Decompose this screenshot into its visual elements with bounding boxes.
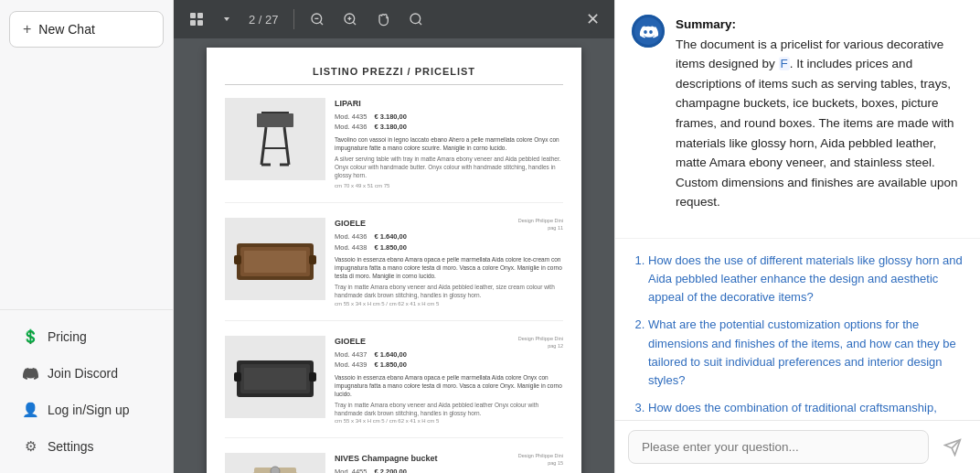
gioele2-price2: € 1.850,00	[374, 360, 406, 371]
svg-rect-29	[309, 372, 316, 382]
svg-rect-13	[261, 112, 289, 113]
gioele1-image	[225, 218, 325, 300]
zoom-out-button[interactable]	[304, 7, 331, 31]
gioele2-name: GIOELE	[335, 336, 366, 348]
search-pdf-button[interactable]	[402, 7, 430, 31]
pan-button[interactable]	[369, 7, 397, 31]
pdf-section-gioele1: GIOELE Design Philippe Dinipag 11 Mod. 4…	[225, 218, 563, 320]
designer-name: F	[779, 57, 790, 70]
gioele1-price2: € 1.850,00	[374, 243, 406, 253]
pdf-viewer: 2 / 27	[174, 0, 614, 473]
pdf-section-gioele2: GIOELE Design Philippe Dinipag 12 Mod. 4…	[225, 336, 563, 438]
lipari-details: LIPARI Mod. 4435 € 3.180,00 Mod. 4436 € …	[335, 98, 563, 189]
svg-line-10	[353, 22, 356, 25]
svg-point-33	[271, 467, 280, 473]
svg-rect-24	[309, 255, 316, 264]
chat-summary-section: Summary: The document is a pricelist for…	[676, 15, 964, 227]
chat-header: Summary: The document is a pricelist for…	[615, 0, 980, 239]
new-chat-label: New Chat	[38, 22, 94, 37]
chat-content[interactable]: How does the use of different materials …	[615, 239, 980, 420]
lipari-desc-en: A silver serving table with tray in matt…	[335, 155, 563, 179]
sidebar-item-login[interactable]: 👤 Log in/Sign up	[7, 392, 165, 427]
pdf-content[interactable]: LISTINO PREZZI / PRICELIST	[174, 38, 614, 473]
gioele1-price1: € 1.640,00	[374, 232, 406, 242]
nives1-design: Design Philippe Dinipag 15	[518, 453, 563, 467]
avatar	[632, 15, 665, 48]
new-chat-button[interactable]: + New Chat	[9, 11, 164, 48]
gioele2-details: GIOELE Design Philippe Dinipag 12 Mod. 4…	[335, 336, 563, 425]
lipari-desc-it: Tavolino con vassoi in legno laccato eba…	[335, 135, 563, 152]
lipari-code1: Mod. 4435	[335, 113, 367, 123]
plus-icon: +	[23, 21, 31, 38]
summary-label: Summary:	[676, 17, 736, 31]
svg-point-11	[410, 14, 421, 24]
lipari-name: LIPARI	[335, 98, 563, 110]
gioele1-design: Design Philippe Dinipag 11	[518, 218, 563, 231]
sidebar-item-discord-label: Join Discord	[48, 366, 118, 381]
sidebar: + New Chat 💲 Pricing Join Discord 👤 Log …	[0, 0, 174, 473]
pdf-toolbar: 2 / 27	[174, 0, 614, 38]
gioele2-image	[225, 336, 325, 418]
gioele1-code1: Mod. 4436	[335, 232, 367, 242]
sidebar-item-pricing-label: Pricing	[48, 329, 87, 344]
lipari-image	[225, 98, 325, 180]
gioele1-desc-it: Vassoio in essenza ebano Amara opaca e p…	[335, 255, 563, 280]
gioele1-details: GIOELE Design Philippe Dinipag 11 Mod. 4…	[335, 218, 563, 306]
gioele2-code2: Mod. 4439	[335, 360, 367, 371]
svg-rect-22	[244, 251, 306, 273]
nives1-name: NIVES Champagne bucket	[335, 453, 438, 465]
question-item-1[interactable]: How does the use of different materials …	[648, 252, 964, 306]
gioele2-row2: Mod. 4439 € 1.850,00	[335, 360, 563, 371]
chat-input[interactable]	[628, 430, 929, 464]
pdf-section-nives1: NIVES Champagne bucket Design Philippe D…	[225, 453, 563, 473]
lipari-price1: € 3.180,00	[374, 113, 406, 123]
chat-input-area	[615, 420, 980, 473]
svg-rect-27	[244, 368, 306, 390]
svg-line-12	[419, 22, 421, 25]
nives1-row1: Mod. 4455 € 2.200,00	[335, 468, 563, 473]
view-dropdown-button[interactable]	[216, 10, 238, 28]
send-button[interactable]	[938, 433, 967, 462]
zoom-in-button[interactable]	[336, 7, 364, 31]
question-item-2[interactable]: What are the potential customization opt…	[648, 316, 964, 390]
sidebar-item-join-discord[interactable]: Join Discord	[7, 356, 165, 391]
svg-line-6	[320, 22, 323, 25]
sidebar-item-pricing[interactable]: 💲 Pricing	[7, 319, 165, 354]
nives1-details: NIVES Champagne bucket Design Philippe D…	[335, 453, 563, 473]
svg-rect-28	[234, 372, 241, 382]
lipari-code2: Mod. 4436	[335, 123, 367, 133]
lipari-row2: Mod. 4436 € 3.180,00	[335, 123, 563, 133]
sidebar-item-settings-label: Settings	[48, 439, 94, 454]
svg-rect-1	[197, 13, 203, 18]
pdf-page-title: LISTINO PREZZI / PRICELIST	[225, 66, 563, 85]
grid-view-button[interactable]	[183, 7, 210, 31]
svg-rect-0	[190, 13, 196, 18]
gioele2-code1: Mod. 4437	[335, 350, 367, 360]
nives1-image	[225, 453, 325, 473]
gioele2-row1: Mod. 4437 € 1.640,00	[335, 350, 563, 360]
lipari-price2: € 3.180,00	[374, 123, 406, 133]
nives1-price1: € 2.200,00	[374, 468, 406, 473]
gioele1-dim: cm 55 x 34 x H cm 5 / cm 62 x 41 x H cm …	[335, 300, 563, 307]
close-pdf-button[interactable]: ✕	[581, 5, 605, 33]
gioele2-design: Design Philippe Dinipag 12	[518, 336, 563, 349]
user-icon: 👤	[22, 402, 38, 418]
gioele1-code2: Mod. 4438	[335, 243, 367, 253]
sidebar-navigation: 💲 Pricing Join Discord 👤 Log in/Sign up …	[0, 309, 173, 473]
question-item-3[interactable]: How does the combination of traditional …	[648, 399, 964, 420]
toolbar-divider	[293, 9, 294, 29]
pdf-page: LISTINO PREZZI / PRICELIST	[207, 48, 581, 473]
svg-rect-2	[190, 20, 196, 26]
gioele1-row1: Mod. 4436 € 1.640,00	[335, 232, 563, 242]
sidebar-item-settings[interactable]: ⚙ Settings	[7, 429, 165, 464]
gioele2-price1: € 1.640,00	[374, 350, 406, 360]
chat-panel: Summary: The document is a pricelist for…	[614, 0, 980, 473]
gioele2-desc-en: Tray in matte Amara ebony veneer and Aid…	[335, 401, 563, 417]
pricing-icon: 💲	[22, 328, 38, 345]
svg-rect-23	[234, 255, 241, 264]
svg-line-16	[284, 127, 289, 165]
pdf-section-lipari: LIPARI Mod. 4435 € 3.180,00 Mod. 4436 € …	[225, 98, 563, 203]
nives1-code1: Mod. 4455	[335, 468, 367, 473]
lipari-row1: Mod. 4435 € 3.180,00	[335, 113, 563, 123]
gioele2-dim: cm 55 x 34 x H cm 5 / cm 62 x 41 x H cm …	[335, 417, 563, 425]
